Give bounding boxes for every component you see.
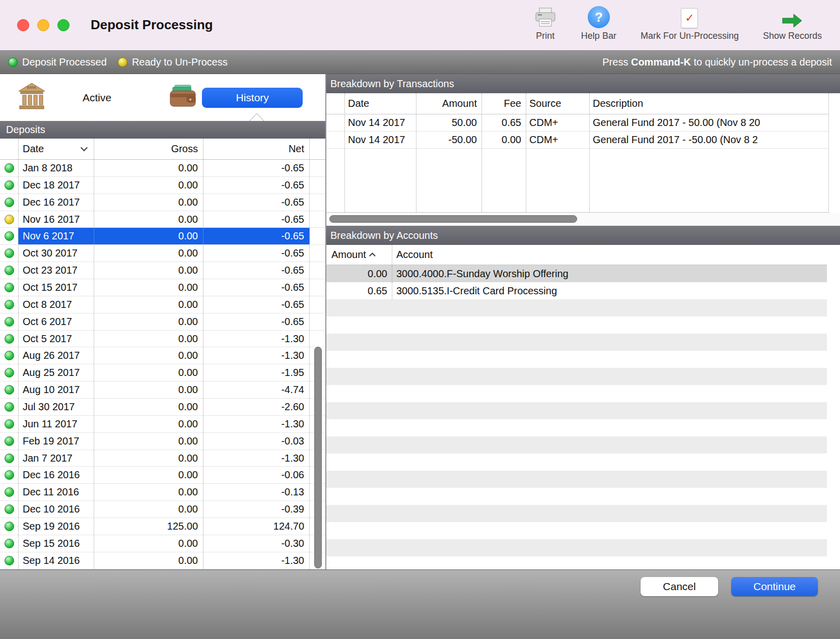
deposit-row[interactable]: Sep 14 20160.00-1.30 bbox=[0, 552, 325, 569]
transactions-hscrollbar-thumb[interactable] bbox=[329, 215, 577, 223]
deposit-date: Jan 8 2018 bbox=[18, 160, 94, 176]
deposit-gross: 0.00 bbox=[94, 381, 203, 398]
deposit-row[interactable]: Oct 8 20170.00-0.65 bbox=[0, 296, 325, 313]
deposit-net: -0.39 bbox=[203, 501, 310, 518]
tx-amount-column-header[interactable]: Amount bbox=[416, 93, 481, 114]
window-controls bbox=[17, 19, 69, 31]
ready-legend-label: Ready to Un-Process bbox=[132, 56, 228, 68]
deposit-row[interactable]: Aug 26 20170.00-1.30 bbox=[0, 347, 325, 364]
deposit-status-green-icon bbox=[0, 467, 18, 483]
deposit-date: Sep 19 2016 bbox=[18, 518, 94, 535]
deposit-row[interactable]: Dec 18 20170.00-0.65 bbox=[0, 177, 325, 194]
deposit-row[interactable]: Dec 11 20160.00-0.13 bbox=[0, 484, 325, 501]
acc-account-column-header[interactable]: Account bbox=[392, 245, 827, 265]
account-row[interactable]: 0.653000.5135.I-Credit Card Processing bbox=[326, 282, 827, 299]
tx-fee: 0.65 bbox=[481, 114, 526, 131]
deposit-gross: 0.00 bbox=[94, 262, 203, 279]
deposit-gross: 0.00 bbox=[94, 450, 203, 467]
deposits-scrollbar-thumb[interactable] bbox=[314, 347, 322, 568]
deposit-net: -0.65 bbox=[203, 228, 310, 244]
deposit-gross: 0.00 bbox=[94, 296, 203, 313]
deposit-row[interactable]: Oct 30 20170.00-0.65 bbox=[0, 245, 325, 262]
deposit-row[interactable]: Nov 16 20170.00-0.65 bbox=[0, 211, 325, 228]
gross-column-header[interactable]: Gross bbox=[94, 139, 203, 159]
bank-icon: BANK bbox=[17, 82, 46, 113]
deposit-date: Nov 6 2017 bbox=[18, 228, 94, 244]
minimize-window-button[interactable] bbox=[37, 19, 49, 31]
deposit-row[interactable]: Nov 6 20170.00-0.65 bbox=[0, 228, 325, 245]
account-row[interactable]: 0.003000.4000.F-Sunday Worship Offering bbox=[326, 265, 827, 282]
cancel-button[interactable]: Cancel bbox=[641, 577, 718, 596]
tab-history-deposits[interactable]: History bbox=[169, 84, 303, 111]
green-arrow-right-icon bbox=[781, 4, 804, 28]
acc-amount-column-header[interactable]: Amount bbox=[326, 245, 392, 265]
mark-for-unprocessing-label: Mark For Un-Processing bbox=[641, 31, 739, 41]
net-column-header[interactable]: Net bbox=[203, 139, 310, 159]
deposit-gross: 0.00 bbox=[94, 279, 203, 296]
shortcut-hint: Press Command-K to quickly un-process a … bbox=[602, 56, 832, 68]
deposit-row[interactable]: Oct 23 20170.00-0.65 bbox=[0, 262, 325, 279]
deposit-net: -0.06 bbox=[203, 467, 310, 483]
tab-history-label[interactable]: History bbox=[202, 88, 303, 108]
deposit-date: Dec 16 2017 bbox=[18, 194, 94, 211]
tx-description-column-header[interactable]: Description bbox=[589, 93, 829, 114]
deposit-row[interactable]: Oct 15 20170.00-0.65 bbox=[0, 279, 325, 296]
deposit-net: -0.65 bbox=[203, 279, 310, 296]
transactions-table: Date Amount Fee Source Description Nov 1… bbox=[326, 93, 829, 213]
deposit-row[interactable]: Dec 16 20170.00-0.65 bbox=[0, 194, 325, 211]
deposit-net: -1.30 bbox=[203, 450, 310, 467]
tx-fee-column-header[interactable]: Fee bbox=[481, 93, 526, 114]
print-button[interactable]: Print bbox=[534, 4, 557, 41]
deposit-row[interactable]: Sep 15 20160.00-0.30 bbox=[0, 535, 325, 552]
deposit-gross: 125.00 bbox=[94, 518, 203, 535]
deposit-date: Oct 6 2017 bbox=[18, 313, 94, 330]
deposit-row[interactable]: Oct 5 20170.00-1.30 bbox=[0, 331, 325, 348]
date-column-header[interactable]: Date bbox=[18, 139, 94, 159]
processed-status-icon bbox=[8, 57, 18, 67]
zoom-window-button[interactable] bbox=[57, 19, 69, 31]
deposit-row[interactable]: Aug 25 20170.00-1.95 bbox=[0, 364, 325, 381]
processed-legend-label: Deposit Processed bbox=[22, 56, 107, 68]
tx-amount: 50.00 bbox=[416, 114, 481, 131]
tx-source-column-header[interactable]: Source bbox=[526, 93, 589, 114]
deposit-row[interactable]: Aug 10 20170.00-4.74 bbox=[0, 381, 325, 399]
show-records-button[interactable]: Show Records bbox=[763, 4, 822, 41]
close-window-button[interactable] bbox=[17, 19, 29, 31]
deposit-date: Jan 7 2017 bbox=[18, 450, 94, 467]
deposit-row[interactable]: Jul 30 20170.00-2.60 bbox=[0, 399, 325, 416]
tx-date-column-header[interactable]: Date bbox=[344, 93, 416, 114]
tab-active-deposits[interactable]: BANK Active bbox=[17, 82, 111, 113]
continue-button[interactable]: Continue bbox=[731, 577, 818, 596]
accounts-column-headers: Amount Account bbox=[326, 245, 827, 265]
deposit-date: Dec 16 2016 bbox=[18, 467, 94, 483]
account-amount: 0.65 bbox=[326, 282, 392, 299]
deposit-status-green-icon bbox=[0, 160, 18, 176]
deposit-row[interactable]: Jun 11 20170.00-1.30 bbox=[0, 416, 325, 433]
ready-status-icon bbox=[118, 57, 127, 67]
deposit-row[interactable]: Jan 7 20170.00-1.30 bbox=[0, 450, 325, 467]
deposit-row[interactable]: Dec 16 20160.00-0.06 bbox=[0, 467, 325, 484]
help-bar-label: Help Bar bbox=[581, 31, 616, 41]
deposit-row[interactable]: Dec 10 20160.00-0.39 bbox=[0, 501, 325, 518]
accounts-empty-stripes bbox=[326, 299, 827, 569]
deposit-row[interactable]: Oct 6 20170.00-0.65 bbox=[0, 313, 325, 331]
tab-active-label: Active bbox=[83, 92, 111, 104]
deposit-gross: 0.00 bbox=[94, 484, 203, 500]
deposit-date: Dec 18 2017 bbox=[18, 177, 94, 194]
deposit-row[interactable]: Feb 19 20170.00-0.03 bbox=[0, 433, 325, 450]
mark-for-unprocessing-button[interactable]: ✓ Mark For Un-Processing bbox=[641, 4, 739, 41]
breakdown-panel: Breakdown by Transactions Date Amount Fe… bbox=[326, 74, 840, 569]
deposit-status-green-icon bbox=[0, 552, 18, 569]
deposits-view-tabs: BANK Active bbox=[0, 74, 325, 121]
deposit-date: Jul 30 2017 bbox=[18, 399, 94, 415]
deposit-net: -0.65 bbox=[203, 160, 310, 176]
transaction-row[interactable]: Nov 14 2017-50.000.00CDM+General Fund 20… bbox=[326, 132, 829, 149]
deposit-row[interactable]: Jan 8 20180.00-0.65 bbox=[0, 160, 325, 177]
help-bar-button[interactable]: ? Help Bar bbox=[581, 4, 616, 41]
tx-fee: 0.00 bbox=[481, 132, 526, 148]
transaction-row[interactable]: Nov 14 201750.000.65CDM+General Fund 201… bbox=[326, 114, 829, 132]
deposit-date: Nov 16 2017 bbox=[18, 211, 94, 228]
deposit-row[interactable]: Sep 19 2016125.00124.70 bbox=[0, 518, 325, 535]
deposit-date: Oct 30 2017 bbox=[18, 245, 94, 262]
deposits-panel: BANK Active bbox=[0, 74, 326, 569]
